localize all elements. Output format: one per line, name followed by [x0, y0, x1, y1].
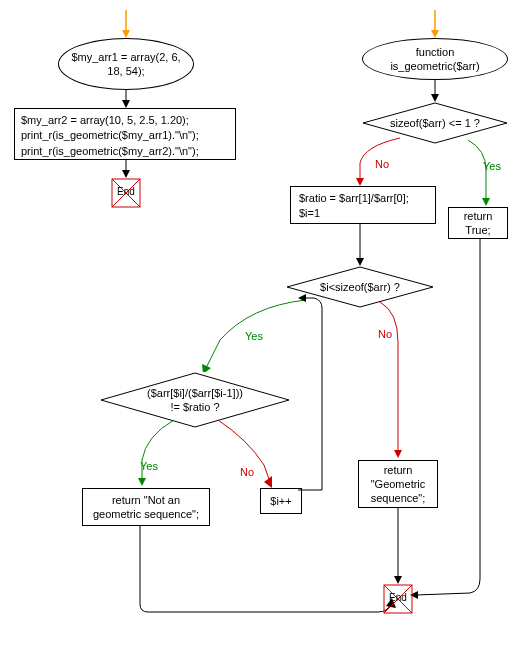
left-process: $my_arr2 = array(10, 5, 2.5, 1.20); prin…: [14, 108, 236, 160]
svg-line-29: [416, 593, 470, 595]
left-start: $my_arr1 = array(2, 6, 18, 54);: [58, 38, 194, 90]
increment-node: $i++: [260, 488, 302, 514]
left-process-text: $my_arr2 = array(10, 5, 2.5, 1.20); prin…: [21, 114, 199, 157]
init-node: $ratio = $arr[1]/$arr[0]; $i=1: [290, 186, 436, 224]
arrow-d3-no: [218, 420, 278, 492]
svg-marker-27: [394, 576, 402, 584]
arrow-notgeo-end: [140, 526, 400, 628]
label-d3-yes: Yes: [140, 460, 158, 472]
svg-marker-14: [482, 198, 490, 206]
return-notgeo-text: return "Not an geometric sequence";: [89, 493, 203, 522]
svg-marker-17: [356, 258, 364, 266]
svg-marker-22: [138, 478, 146, 486]
label-d1-no: No: [375, 158, 389, 170]
right-end-text: End: [383, 592, 413, 603]
func-node: function is_geometric($arr): [362, 38, 508, 80]
arrow-d1-yes: [468, 140, 498, 210]
arrow-true-end: [470, 239, 510, 601]
arrow-geo-end: [392, 508, 404, 586]
label-d1-yes: Yes: [483, 160, 501, 172]
arrow-d2-no: [380, 302, 410, 462]
decision-sizeof-text: sizeof($arr) <= 1 ?: [390, 117, 480, 129]
svg-marker-1: [122, 30, 130, 38]
svg-marker-5: [122, 170, 130, 178]
arrow-r-2: [354, 224, 366, 268]
arrow-inc-back: [298, 298, 338, 494]
decision-ratio-text: ($arr[$i]/($arr[$i-1])) != $ratio ?: [147, 386, 243, 415]
svg-marker-10: [431, 30, 439, 38]
return-geo: return "Geometric sequence";: [358, 460, 438, 508]
arrow-r-1: [429, 80, 441, 104]
label-d3-no: No: [240, 466, 254, 478]
label-d2-yes: Yes: [245, 330, 263, 342]
svg-marker-12: [431, 94, 439, 102]
return-geo-text: return "Geometric sequence";: [365, 463, 431, 506]
arrow-left-2: [120, 160, 132, 180]
increment-text: $i++: [270, 495, 291, 507]
arrow-left-1: [120, 90, 132, 110]
return-true: return True;: [448, 207, 508, 239]
arrow-d3-yes: [136, 420, 176, 490]
return-true-text: return True;: [455, 209, 501, 238]
svg-marker-20: [394, 450, 402, 458]
left-start-text: $my_arr1 = array(2, 6, 18, 54);: [59, 50, 193, 79]
svg-marker-3: [122, 100, 130, 108]
left-end-text: End: [111, 186, 141, 197]
return-notgeo: return "Not an geometric sequence";: [82, 488, 210, 526]
func-text: function is_geometric($arr): [363, 45, 507, 74]
right-end: End: [383, 584, 413, 614]
label-d2-no: No: [378, 328, 392, 340]
left-end: End: [111, 178, 141, 208]
decision-loop-text: $i<sizeof($arr) ?: [320, 281, 400, 293]
svg-marker-15: [356, 178, 364, 186]
init-text: $ratio = $arr[1]/$arr[0]; $i=1: [299, 192, 409, 219]
